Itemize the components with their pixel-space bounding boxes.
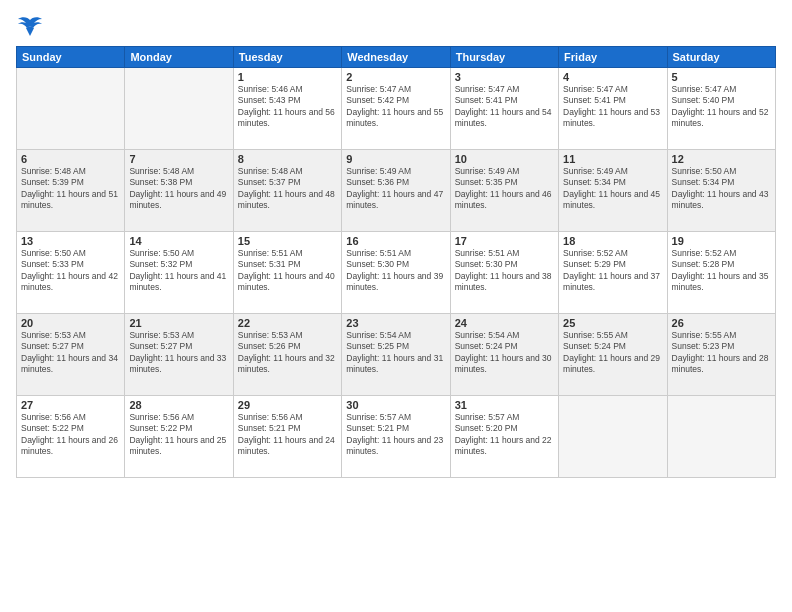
daylight-text: Daylight: 11 hours and 24 minutes.	[238, 435, 335, 456]
sunrise-text: Sunrise: 5:48 AM	[21, 166, 86, 176]
sunrise-text: Sunrise: 5:56 AM	[129, 412, 194, 422]
sunrise-text: Sunrise: 5:49 AM	[455, 166, 520, 176]
day-number: 4	[563, 71, 662, 83]
sunset-text: Sunset: 5:28 PM	[672, 259, 735, 269]
day-number: 21	[129, 317, 228, 329]
day-number: 10	[455, 153, 554, 165]
calendar-cell: 31Sunrise: 5:57 AMSunset: 5:20 PMDayligh…	[450, 396, 558, 478]
calendar-cell: 18Sunrise: 5:52 AMSunset: 5:29 PMDayligh…	[559, 232, 667, 314]
weekday-header-monday: Monday	[125, 47, 233, 68]
calendar-cell	[559, 396, 667, 478]
sunrise-text: Sunrise: 5:53 AM	[21, 330, 86, 340]
sunrise-text: Sunrise: 5:52 AM	[672, 248, 737, 258]
calendar-cell: 1Sunrise: 5:46 AMSunset: 5:43 PMDaylight…	[233, 68, 341, 150]
day-number: 1	[238, 71, 337, 83]
day-info: Sunrise: 5:50 AMSunset: 5:33 PMDaylight:…	[21, 248, 120, 294]
sunset-text: Sunset: 5:35 PM	[455, 177, 518, 187]
day-number: 22	[238, 317, 337, 329]
daylight-text: Daylight: 11 hours and 31 minutes.	[346, 353, 443, 374]
daylight-text: Daylight: 11 hours and 52 minutes.	[672, 107, 769, 128]
daylight-text: Daylight: 11 hours and 51 minutes.	[21, 189, 118, 210]
weekday-header-wednesday: Wednesday	[342, 47, 450, 68]
daylight-text: Daylight: 11 hours and 37 minutes.	[563, 271, 660, 292]
sunset-text: Sunset: 5:27 PM	[129, 341, 192, 351]
day-info: Sunrise: 5:49 AMSunset: 5:35 PMDaylight:…	[455, 166, 554, 212]
weekday-header-row: SundayMondayTuesdayWednesdayThursdayFrid…	[17, 47, 776, 68]
calendar-week-row-5: 27Sunrise: 5:56 AMSunset: 5:22 PMDayligh…	[17, 396, 776, 478]
day-info: Sunrise: 5:48 AMSunset: 5:39 PMDaylight:…	[21, 166, 120, 212]
day-info: Sunrise: 5:54 AMSunset: 5:24 PMDaylight:…	[455, 330, 554, 376]
sunrise-text: Sunrise: 5:51 AM	[346, 248, 411, 258]
day-info: Sunrise: 5:50 AMSunset: 5:32 PMDaylight:…	[129, 248, 228, 294]
day-number: 11	[563, 153, 662, 165]
calendar-cell: 7Sunrise: 5:48 AMSunset: 5:38 PMDaylight…	[125, 150, 233, 232]
daylight-text: Daylight: 11 hours and 45 minutes.	[563, 189, 660, 210]
calendar-week-row-3: 13Sunrise: 5:50 AMSunset: 5:33 PMDayligh…	[17, 232, 776, 314]
sunset-text: Sunset: 5:20 PM	[455, 423, 518, 433]
daylight-text: Daylight: 11 hours and 25 minutes.	[129, 435, 226, 456]
day-info: Sunrise: 5:52 AMSunset: 5:29 PMDaylight:…	[563, 248, 662, 294]
calendar-cell: 22Sunrise: 5:53 AMSunset: 5:26 PMDayligh…	[233, 314, 341, 396]
calendar-cell: 25Sunrise: 5:55 AMSunset: 5:24 PMDayligh…	[559, 314, 667, 396]
calendar-cell: 6Sunrise: 5:48 AMSunset: 5:39 PMDaylight…	[17, 150, 125, 232]
day-number: 6	[21, 153, 120, 165]
day-number: 2	[346, 71, 445, 83]
weekday-header-tuesday: Tuesday	[233, 47, 341, 68]
daylight-text: Daylight: 11 hours and 42 minutes.	[21, 271, 118, 292]
sunset-text: Sunset: 5:21 PM	[238, 423, 301, 433]
calendar-week-row-2: 6Sunrise: 5:48 AMSunset: 5:39 PMDaylight…	[17, 150, 776, 232]
calendar-cell: 13Sunrise: 5:50 AMSunset: 5:33 PMDayligh…	[17, 232, 125, 314]
day-info: Sunrise: 5:48 AMSunset: 5:37 PMDaylight:…	[238, 166, 337, 212]
sunrise-text: Sunrise: 5:50 AM	[672, 166, 737, 176]
daylight-text: Daylight: 11 hours and 53 minutes.	[563, 107, 660, 128]
day-number: 8	[238, 153, 337, 165]
weekday-header-friday: Friday	[559, 47, 667, 68]
weekday-header-saturday: Saturday	[667, 47, 775, 68]
daylight-text: Daylight: 11 hours and 43 minutes.	[672, 189, 769, 210]
sunset-text: Sunset: 5:22 PM	[21, 423, 84, 433]
calendar-cell: 17Sunrise: 5:51 AMSunset: 5:30 PMDayligh…	[450, 232, 558, 314]
sunrise-text: Sunrise: 5:55 AM	[563, 330, 628, 340]
day-number: 23	[346, 317, 445, 329]
weekday-header-thursday: Thursday	[450, 47, 558, 68]
sunrise-text: Sunrise: 5:53 AM	[238, 330, 303, 340]
logo	[16, 16, 48, 38]
sunset-text: Sunset: 5:25 PM	[346, 341, 409, 351]
sunrise-text: Sunrise: 5:56 AM	[238, 412, 303, 422]
day-number: 9	[346, 153, 445, 165]
day-info: Sunrise: 5:54 AMSunset: 5:25 PMDaylight:…	[346, 330, 445, 376]
daylight-text: Daylight: 11 hours and 41 minutes.	[129, 271, 226, 292]
calendar-cell: 28Sunrise: 5:56 AMSunset: 5:22 PMDayligh…	[125, 396, 233, 478]
daylight-text: Daylight: 11 hours and 28 minutes.	[672, 353, 769, 374]
sunset-text: Sunset: 5:33 PM	[21, 259, 84, 269]
calendar-cell: 20Sunrise: 5:53 AMSunset: 5:27 PMDayligh…	[17, 314, 125, 396]
day-number: 20	[21, 317, 120, 329]
page: SundayMondayTuesdayWednesdayThursdayFrid…	[0, 0, 792, 612]
sunset-text: Sunset: 5:22 PM	[129, 423, 192, 433]
sunset-text: Sunset: 5:43 PM	[238, 95, 301, 105]
day-info: Sunrise: 5:53 AMSunset: 5:27 PMDaylight:…	[21, 330, 120, 376]
daylight-text: Daylight: 11 hours and 39 minutes.	[346, 271, 443, 292]
sunset-text: Sunset: 5:31 PM	[238, 259, 301, 269]
sunset-text: Sunset: 5:21 PM	[346, 423, 409, 433]
calendar-cell	[125, 68, 233, 150]
day-number: 26	[672, 317, 771, 329]
sunrise-text: Sunrise: 5:56 AM	[21, 412, 86, 422]
sunrise-text: Sunrise: 5:51 AM	[455, 248, 520, 258]
daylight-text: Daylight: 11 hours and 55 minutes.	[346, 107, 443, 128]
sunset-text: Sunset: 5:41 PM	[455, 95, 518, 105]
sunrise-text: Sunrise: 5:50 AM	[21, 248, 86, 258]
day-info: Sunrise: 5:47 AMSunset: 5:41 PMDaylight:…	[563, 84, 662, 130]
sunrise-text: Sunrise: 5:52 AM	[563, 248, 628, 258]
daylight-text: Daylight: 11 hours and 56 minutes.	[238, 107, 335, 128]
sunset-text: Sunset: 5:41 PM	[563, 95, 626, 105]
calendar: SundayMondayTuesdayWednesdayThursdayFrid…	[16, 46, 776, 478]
calendar-cell: 3Sunrise: 5:47 AMSunset: 5:41 PMDaylight…	[450, 68, 558, 150]
day-number: 3	[455, 71, 554, 83]
calendar-cell: 15Sunrise: 5:51 AMSunset: 5:31 PMDayligh…	[233, 232, 341, 314]
sunrise-text: Sunrise: 5:50 AM	[129, 248, 194, 258]
sunset-text: Sunset: 5:27 PM	[21, 341, 84, 351]
day-info: Sunrise: 5:56 AMSunset: 5:22 PMDaylight:…	[129, 412, 228, 458]
sunrise-text: Sunrise: 5:49 AM	[563, 166, 628, 176]
day-number: 31	[455, 399, 554, 411]
